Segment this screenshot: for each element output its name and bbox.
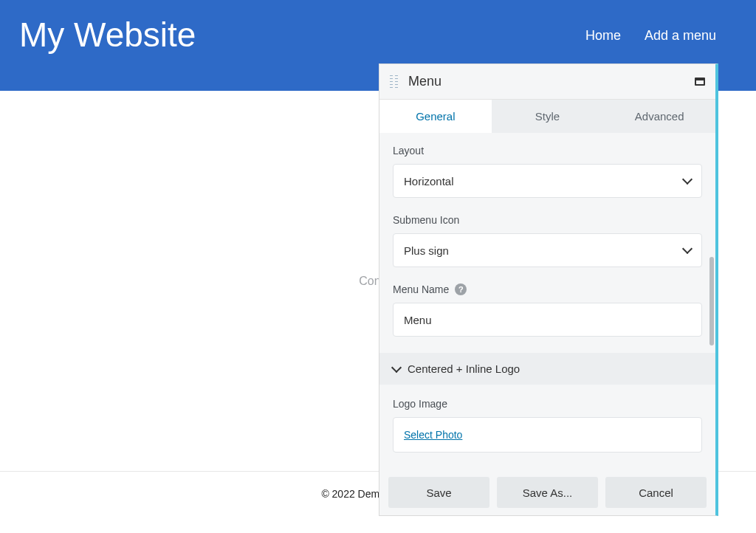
submenu-icon-select[interactable]: Plus sign (393, 233, 702, 267)
site-title: My Website (19, 15, 196, 55)
chevron-down-icon (682, 244, 693, 254)
select-photo-link[interactable]: Select Photo (404, 429, 462, 441)
field-menu-name: Menu Name ? (393, 283, 702, 337)
menu-settings-panel: Menu General Style Advanced Layout Horiz… (379, 63, 718, 516)
layout-label: Layout (393, 145, 702, 157)
save-as-button[interactable]: Save As... (497, 477, 598, 508)
tab-general[interactable]: General (379, 100, 492, 133)
chevron-down-icon (682, 174, 693, 185)
primary-nav: Home Add a menu (585, 28, 716, 44)
panel-body: Layout Horizontal Submenu Icon Plus sign… (379, 133, 715, 470)
layout-select[interactable]: Horizontal (393, 164, 702, 198)
responsive-toggle-icon[interactable] (695, 78, 705, 86)
menu-name-label: Menu Name ? (393, 283, 702, 295)
section-header-label: Centered + Inline Logo (408, 362, 520, 375)
layout-value: Horizontal (404, 175, 454, 188)
logo-image-label: Logo Image (393, 398, 702, 410)
tab-style[interactable]: Style (492, 100, 604, 133)
panel-tabs: General Style Advanced (379, 100, 715, 133)
nav-home[interactable]: Home (585, 28, 621, 44)
field-layout: Layout Horizontal (393, 145, 702, 198)
submenu-icon-label: Submenu Icon (393, 214, 702, 226)
help-icon[interactable]: ? (455, 283, 467, 295)
cancel-button[interactable]: Cancel (605, 477, 707, 508)
field-logo-image: Logo Image Select Photo (393, 398, 702, 453)
section-centered-inline-logo[interactable]: Centered + Inline Logo (379, 353, 715, 385)
logo-image-picker: Select Photo (393, 417, 702, 453)
menu-name-input[interactable] (404, 314, 691, 326)
tab-advanced[interactable]: Advanced (603, 100, 715, 133)
scrollbar-thumb[interactable] (709, 257, 714, 345)
drag-handle-icon[interactable] (390, 75, 398, 88)
submenu-icon-value: Plus sign (404, 244, 449, 257)
panel-title: Menu (408, 74, 695, 89)
chevron-down-icon (391, 362, 402, 372)
nav-add-menu[interactable]: Add a menu (645, 28, 716, 44)
panel-footer: Save Save As... Cancel (379, 470, 715, 515)
menu-name-label-text: Menu Name (393, 283, 449, 295)
field-submenu-icon: Submenu Icon Plus sign (393, 214, 702, 267)
save-button[interactable]: Save (388, 477, 489, 508)
menu-name-input-wrapper (393, 303, 702, 337)
panel-header[interactable]: Menu (379, 64, 715, 100)
